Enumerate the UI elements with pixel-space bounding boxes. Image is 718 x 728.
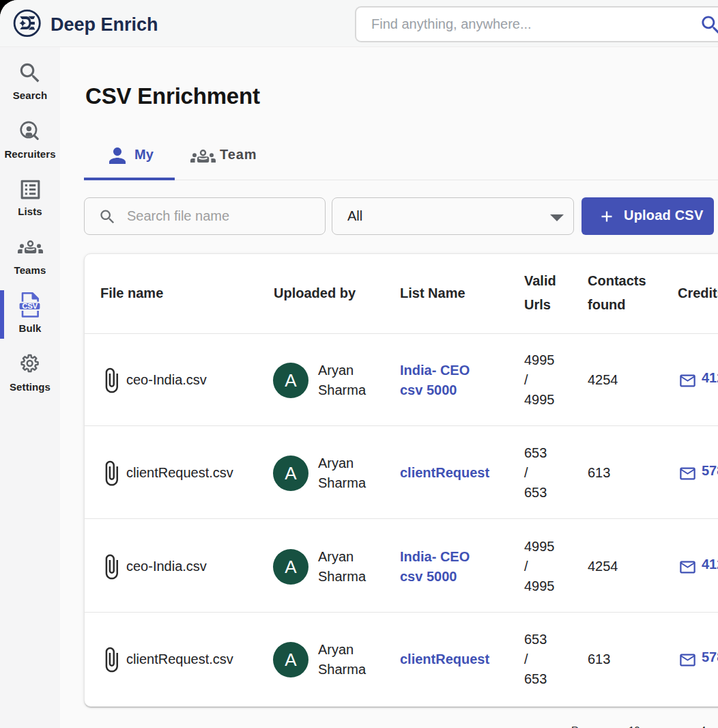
svg-text:CSV: CSV: [22, 302, 38, 310]
